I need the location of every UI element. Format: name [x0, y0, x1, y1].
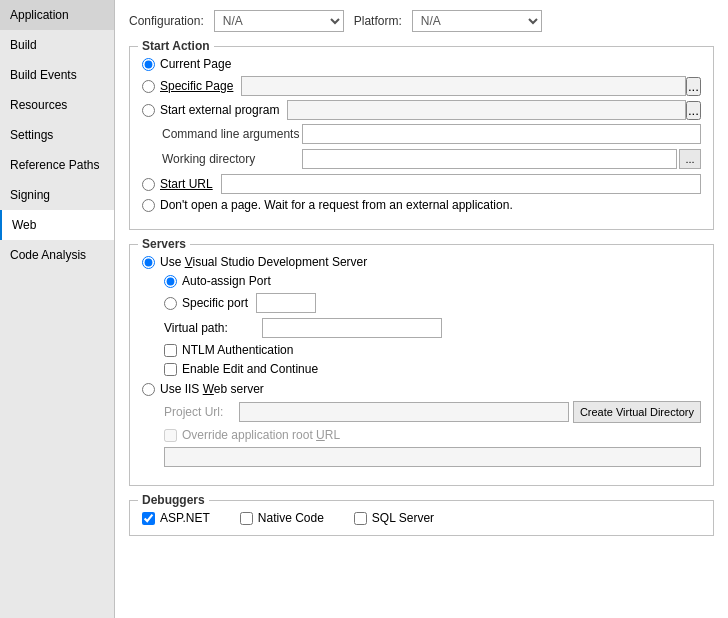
platform-label: Platform:: [354, 14, 402, 28]
sidebar-spacer: [0, 270, 114, 618]
aspnet-debugger: ASP.NET: [142, 511, 210, 525]
specific-page-row: Specific Page ...: [142, 76, 701, 96]
start-url-row: Start URL: [142, 174, 701, 194]
aspnet-checkbox[interactable]: [142, 512, 155, 525]
auto-assign-radio[interactable]: [164, 275, 177, 288]
current-page-label[interactable]: Current Page: [160, 57, 231, 71]
working-dir-input[interactable]: [302, 149, 677, 169]
top-bar: Configuration: N/A Platform: N/A: [129, 10, 714, 32]
virtual-path-row: Virtual path: /: [164, 318, 701, 338]
override-checkbox-row: Override application root URL: [142, 428, 701, 442]
configuration-label: Configuration:: [129, 14, 204, 28]
configuration-select[interactable]: N/A: [214, 10, 344, 32]
create-vdir-button[interactable]: Create Virtual Directory: [573, 401, 701, 423]
specific-port-input[interactable]: 0: [256, 293, 316, 313]
platform-select[interactable]: N/A: [412, 10, 542, 32]
working-dir-browse[interactable]: ...: [679, 149, 701, 169]
project-url-label: Project Url:: [164, 405, 239, 419]
enable-edit-checkbox[interactable]: [164, 363, 177, 376]
ntlm-auth-label[interactable]: NTLM Authentication: [182, 343, 293, 357]
main-content: Configuration: N/A Platform: N/A Start A…: [115, 0, 728, 618]
sql-debugger: SQL Server: [354, 511, 434, 525]
iis-server-label: Use IIS Web server: [160, 382, 264, 396]
dont-open-radio[interactable]: [142, 199, 155, 212]
sidebar-item-reference-paths[interactable]: Reference Paths: [0, 150, 114, 180]
debuggers-title: Debuggers: [138, 493, 209, 507]
dont-open-row: Don't open a page. Wait for a request fr…: [142, 198, 701, 212]
auto-assign-label[interactable]: Auto-assign Port: [182, 274, 271, 288]
override-input-row: [142, 447, 701, 467]
command-line-row: Command line arguments: [142, 124, 701, 144]
specific-page-browse[interactable]: ...: [686, 77, 701, 96]
ntlm-auth-row: NTLM Authentication: [164, 343, 701, 357]
override-checkbox[interactable]: [164, 429, 177, 442]
specific-port-radio[interactable]: [164, 297, 177, 310]
project-url-row: Project Url: Create Virtual Directory: [142, 401, 701, 423]
sidebar-item-resources[interactable]: Resources: [0, 90, 114, 120]
command-line-input[interactable]: [302, 124, 701, 144]
auto-assign-row: Auto-assign Port: [164, 274, 701, 288]
iis-server-radio[interactable]: [142, 383, 155, 396]
command-line-label: Command line arguments: [142, 127, 302, 141]
sidebar-item-web[interactable]: Web: [0, 210, 114, 240]
external-program-row: Start external program ...: [142, 100, 701, 120]
current-page-radio[interactable]: [142, 58, 155, 71]
native-debugger: Native Code: [240, 511, 324, 525]
external-program-browse[interactable]: ...: [686, 101, 701, 120]
vs-dev-server-label: Use Visual Studio Development Server: [160, 255, 367, 269]
working-dir-row: Working directory ...: [142, 149, 701, 169]
sql-checkbox[interactable]: [354, 512, 367, 525]
aspnet-label[interactable]: ASP.NET: [160, 511, 210, 525]
sql-label[interactable]: SQL Server: [372, 511, 434, 525]
external-program-input[interactable]: [287, 100, 686, 120]
working-dir-label: Working directory: [142, 152, 302, 166]
sidebar-item-settings[interactable]: Settings: [0, 120, 114, 150]
native-label[interactable]: Native Code: [258, 511, 324, 525]
override-url-input[interactable]: [164, 447, 701, 467]
sidebar-item-signing[interactable]: Signing: [0, 180, 114, 210]
enable-edit-row: Enable Edit and Continue: [164, 362, 701, 376]
debuggers-row: ASP.NET Native Code SQL Server: [142, 511, 701, 525]
project-url-input[interactable]: [239, 402, 569, 422]
specific-port-row: Specific port 0: [164, 293, 701, 313]
sidebar: Application Build Build Events Resources…: [0, 0, 115, 618]
sidebar-item-code-analysis[interactable]: Code Analysis: [0, 240, 114, 270]
servers-title: Servers: [138, 237, 190, 251]
specific-port-label[interactable]: Specific port: [182, 296, 248, 310]
servers-section: Servers Use Visual Studio Development Se…: [129, 244, 714, 486]
specific-page-radio[interactable]: [142, 80, 155, 93]
start-url-radio[interactable]: [142, 178, 155, 191]
virtual-path-input[interactable]: /: [262, 318, 442, 338]
current-page-row: Current Page: [142, 57, 701, 71]
ntlm-auth-checkbox[interactable]: [164, 344, 177, 357]
debuggers-section: Debuggers ASP.NET Native Code SQL Server: [129, 500, 714, 536]
sidebar-item-application[interactable]: Application: [0, 0, 114, 30]
specific-page-input[interactable]: [241, 76, 686, 96]
start-action-section: Start Action Current Page Specific Page …: [129, 46, 714, 230]
start-action-title: Start Action: [138, 39, 214, 53]
sidebar-item-build[interactable]: Build: [0, 30, 114, 60]
dont-open-label[interactable]: Don't open a page. Wait for a request fr…: [160, 198, 513, 212]
external-program-label[interactable]: Start external program: [160, 103, 279, 117]
native-checkbox[interactable]: [240, 512, 253, 525]
vs-dev-server-row: Use Visual Studio Development Server: [142, 255, 701, 269]
start-url-label: Start URL: [160, 177, 213, 191]
iis-server-row: Use IIS Web server: [142, 382, 701, 396]
external-program-radio[interactable]: [142, 104, 155, 117]
specific-page-label: Specific Page: [160, 79, 233, 93]
vs-dev-server-radio[interactable]: [142, 256, 155, 269]
start-url-input[interactable]: [221, 174, 701, 194]
override-label: Override application root URL: [182, 428, 340, 442]
enable-edit-label[interactable]: Enable Edit and Continue: [182, 362, 318, 376]
sidebar-item-build-events[interactable]: Build Events: [0, 60, 114, 90]
vs-dev-options: Auto-assign Port Specific port 0 Virtual…: [142, 274, 701, 376]
virtual-path-label: Virtual path:: [164, 321, 254, 335]
